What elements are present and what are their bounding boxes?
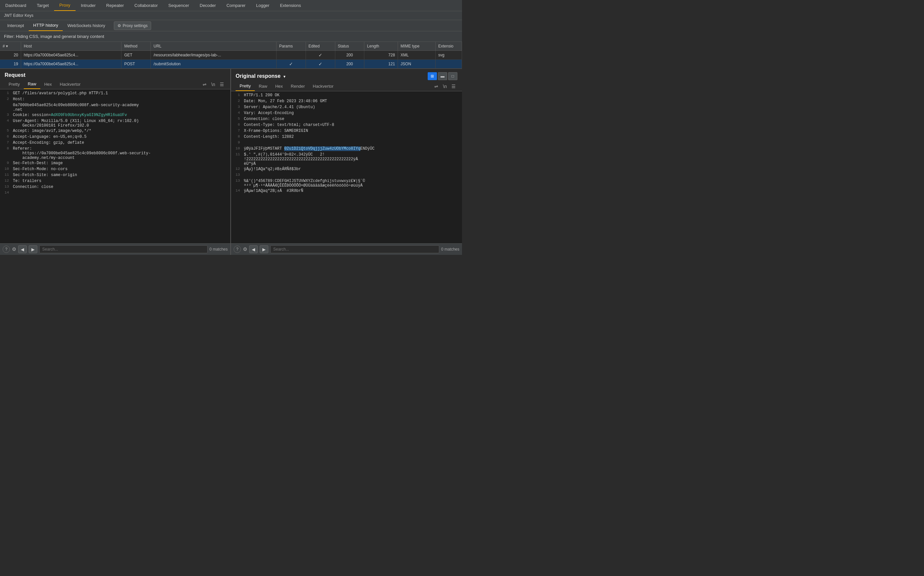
tab-pretty-response[interactable]: Pretty — [236, 82, 255, 91]
tab-websockets-history[interactable]: WebSockets history — [63, 21, 110, 30]
nav-item-intruder[interactable]: Intruder — [75, 0, 101, 11]
nav-item-target[interactable]: Target — [32, 0, 54, 11]
request-search-input[interactable] — [39, 245, 208, 253]
request-next-btn[interactable]: ▶ — [29, 245, 37, 253]
col-header-edited[interactable]: Edited — [306, 42, 335, 51]
cell-length: 121 — [364, 60, 398, 69]
col-header-status[interactable]: Status — [335, 42, 364, 51]
line-number: 5 — [231, 117, 242, 122]
line-content — [242, 141, 462, 146]
nav-item-comparer[interactable]: Comparer — [221, 0, 251, 11]
filter-text: Filter: Hiding CSS, image and general bi… — [4, 34, 104, 39]
line-content: $.' ",#(7),01444'9=82<.342ÿÛC 2! !222222… — [242, 152, 462, 166]
col-header-method[interactable]: Method — [122, 42, 151, 51]
response-wrap-btn[interactable]: ⇌ — [433, 83, 440, 90]
response-prev-btn[interactable]: ◀ — [249, 245, 258, 253]
line-content: Accept-Encoding: gzip, deflate — [11, 141, 230, 146]
cell-num: 20 — [0, 51, 21, 60]
col-header-params[interactable]: Params — [276, 42, 306, 51]
code-line: 5Connection: close — [231, 117, 462, 122]
response-panel-title: Original response ▾ — [236, 73, 286, 79]
tab-hex-response[interactable]: Hex — [271, 82, 287, 91]
line-number: 3 — [0, 113, 11, 118]
request-wrap-btn[interactable]: ⇌ — [201, 81, 208, 88]
tab-pretty-request[interactable]: Pretty — [5, 80, 24, 89]
response-ln-btn[interactable]: \n — [441, 83, 449, 90]
line-content: ÿÄµ}!1AQa"q2;#B±ÁRÑð$3br — [242, 167, 462, 172]
tab-raw-request[interactable]: Raw — [24, 80, 40, 89]
nav-item-proxy[interactable]: Proxy — [54, 0, 75, 11]
line-content: Connection: close — [11, 185, 230, 190]
code-line: 12ÿÄµ}!1AQa"q2;#B±ÁRÑð$3br — [231, 166, 462, 173]
line-number: 13 — [0, 185, 11, 190]
tab-hackvertor-request[interactable]: Hackvertor — [56, 80, 85, 89]
code-line: 7X-Frame-Options: SAMEORIGIN — [231, 128, 462, 134]
request-more-btn[interactable]: ☰ — [218, 81, 226, 88]
response-dropdown-arrow[interactable]: ▾ — [284, 75, 286, 78]
line-number: 12 — [231, 167, 242, 172]
nav-item-repeater[interactable]: Repeater — [101, 0, 129, 11]
response-title-text: Original response — [236, 73, 281, 79]
code-line: 11Sec-Fetch-Site: same-origin — [0, 173, 230, 178]
line-content: Content-Length: 12882 — [242, 134, 462, 140]
nav-item-dashboard[interactable]: Dashboard — [0, 0, 32, 11]
col-header-length[interactable]: Length — [364, 42, 398, 51]
tab-hackvertor-response[interactable]: Hackvertor — [309, 82, 338, 91]
tab-raw-response[interactable]: Raw — [255, 82, 271, 91]
nav-item-logger[interactable]: Logger — [251, 0, 274, 11]
response-gear-btn[interactable]: ⚙ — [243, 246, 247, 252]
gear-icon: ⚙ — [117, 23, 121, 28]
request-gear-btn[interactable]: ⚙ — [12, 246, 16, 252]
line-content: ÿÄµw!1AQaq"2B;±Á #3RðbrÑ — [242, 189, 462, 194]
view-split-btn[interactable]: ⊞ — [428, 72, 437, 80]
tab-render-response[interactable]: Render — [287, 82, 309, 91]
response-panel: Original response ▾ ⊞ ▬ □ Pretty Raw Hex… — [231, 69, 462, 255]
col-header-mime[interactable]: MIME type — [398, 42, 435, 51]
response-code-area[interactable]: 1HTTP/1.1 200 OK2Date: Mon, 27 Feb 2023 … — [231, 91, 462, 243]
proxy-settings-button[interactable]: ⚙ Proxy settings — [114, 21, 151, 30]
code-line: 14 — [0, 190, 230, 196]
code-line: 1HTTP/1.1 200 OK — [231, 93, 462, 99]
col-header-url[interactable]: URL — [151, 42, 276, 51]
line-content: Vary: Accept-Encoding — [242, 111, 462, 116]
request-prev-btn[interactable]: ◀ — [18, 245, 27, 253]
code-line: 3Server: Apache/2.4.41 (Ubuntu) — [231, 104, 462, 110]
request-code-area[interactable]: 1GET /files/avatars/polyglot.php HTTP/1.… — [0, 90, 230, 243]
response-panel-tabs: Pretty Raw Hex Render Hackvertor ⇌ \n ☰ — [231, 82, 462, 91]
history-table-wrapper: # ▾ Host Method URL Params Edited Status… — [0, 42, 462, 69]
main-panels: Request Pretty Raw Hex Hackvertor ⇌ \n ☰… — [0, 69, 462, 255]
proxy-tabs: Intercept HTTP history WebSockets histor… — [0, 20, 462, 31]
jwt-bar[interactable]: JWT Editor Keys — [0, 11, 462, 20]
line-content: Server: Apache/2.4.41 (Ubuntu) — [242, 105, 462, 110]
table-row[interactable]: 19 https://0a7000be045ae825c4... POST /s… — [0, 60, 462, 69]
view-tab-btn[interactable]: ▬ — [438, 72, 447, 80]
nav-item-collaborator[interactable]: Collaborator — [129, 0, 163, 11]
response-search-input[interactable] — [270, 245, 439, 253]
col-header-host[interactable]: Host — [21, 42, 122, 51]
table-row[interactable]: 20 https://0a7000be045ae825c4... GET /re… — [0, 51, 462, 60]
response-more-btn[interactable]: ☰ — [450, 83, 457, 90]
view-single-btn[interactable]: □ — [448, 72, 457, 80]
code-line: 13Connection: close — [0, 184, 230, 190]
code-line: 8Referer: https://0a7000be045ae825c4c09e… — [0, 146, 230, 160]
line-content: Sec-Fetch-Mode: no-cors — [11, 167, 230, 172]
code-line: 13 — [231, 173, 462, 178]
response-next-btn[interactable]: ▶ — [260, 245, 268, 253]
nav-item-extensions[interactable]: Extensions — [274, 0, 306, 11]
col-header-ext[interactable]: Extensio — [436, 42, 462, 51]
history-table: # ▾ Host Method URL Params Edited Status… — [0, 42, 462, 69]
nav-item-decoder[interactable]: Decoder — [194, 0, 221, 11]
tab-intercept[interactable]: Intercept — [3, 21, 29, 30]
code-line: 6Accept-Language: en-US,en;q=0.5 — [0, 134, 230, 140]
nav-item-sequencer[interactable]: Sequencer — [163, 0, 194, 11]
request-help-btn[interactable]: ? — [3, 246, 10, 253]
line-number: 9 — [231, 141, 242, 146]
tab-hex-request[interactable]: Hex — [40, 80, 56, 89]
response-help-btn[interactable]: ? — [234, 246, 241, 253]
request-ln-btn[interactable]: \n — [210, 81, 217, 88]
line-number: 7 — [231, 129, 242, 134]
col-header-num[interactable]: # ▾ — [0, 42, 21, 51]
jwt-bar-label: JWT Editor Keys — [4, 13, 33, 18]
tab-http-history[interactable]: HTTP history — [29, 20, 63, 31]
filter-bar[interactable]: Filter: Hiding CSS, image and general bi… — [0, 31, 462, 42]
